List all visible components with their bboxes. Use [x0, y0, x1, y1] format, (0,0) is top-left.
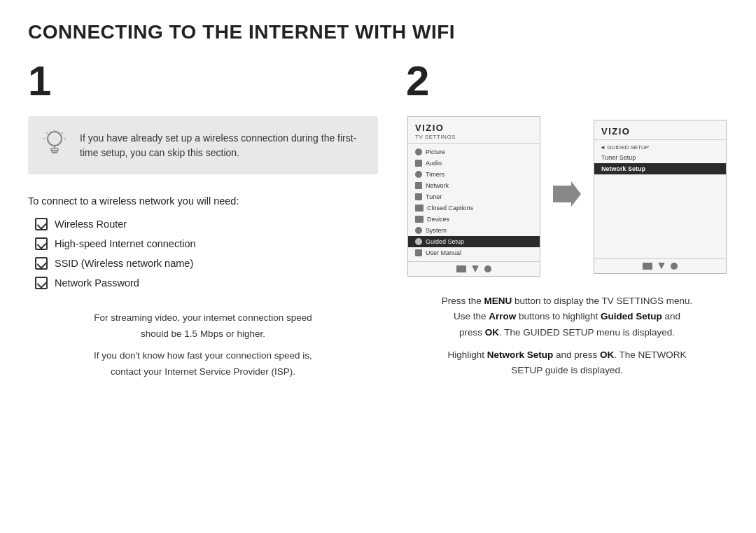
speed-note: For streaming video, your internet conne…: [28, 310, 378, 380]
checklist: Wireless Router High-speed Internet conn…: [28, 218, 378, 289]
instructions-para2: Highlight Network Setup and press OK. Th…: [406, 347, 728, 379]
instructions: Press the MENU button to display the TV …: [406, 293, 728, 378]
step1-number: 1: [28, 60, 378, 102]
connect-intro: To connect to a wireless network you wil…: [28, 195, 378, 207]
arrow-right-icon: [553, 181, 581, 212]
list-item: High-speed Internet connection: [35, 237, 378, 250]
check-icon-4: [35, 277, 48, 289]
svg-rect-8: [52, 151, 57, 153]
menu-item-timers: Timers: [408, 169, 540, 180]
notice-box: If you have already set up a wireless co…: [28, 116, 378, 174]
screen2-header: VIZIO: [594, 120, 726, 140]
checklist-item-2: High-speed Internet connection: [55, 238, 196, 249]
screen2-brand: VIZIO: [601, 126, 719, 137]
check-icon-3: [35, 257, 48, 270]
menu-item-guided-setup: Guided Setup: [408, 236, 540, 247]
screen1-menu: Picture Audio Timers Network: [408, 144, 540, 261]
screen2-back: ◄ GUIDED SETUP: [594, 143, 726, 152]
screen2-empty-area: [594, 174, 726, 258]
tuner-icon: [415, 193, 422, 200]
svg-line-5: [46, 132, 48, 134]
speed-note-line2: If you don't know how fast your connecti…: [28, 348, 378, 380]
audio-icon: [415, 160, 422, 167]
svg-line-3: [62, 132, 63, 134]
devices-icon: [415, 216, 424, 223]
check-icon-2: [35, 237, 48, 250]
guided-setup-icon: [415, 238, 422, 245]
screen1-subtitle: TV SETTINGS: [415, 134, 533, 140]
step2-column: 2 VIZIO TV SETTINGS Picture Audio: [406, 60, 728, 380]
checklist-item-4: Network Password: [55, 277, 139, 289]
footer-icon-6: [671, 263, 678, 270]
menu-item-audio: Audio: [408, 158, 540, 169]
step1-column: 1 If you have a: [28, 60, 378, 380]
screen2-network-setup: Network Setup: [594, 163, 726, 174]
vizio-screen2: VIZIO ◄ GUIDED SETUP Tuner Setup Network…: [594, 120, 727, 274]
menu-item-user-manual: User Manual: [408, 247, 540, 258]
vizio-screen1: VIZIO TV SETTINGS Picture Audio Timers: [407, 116, 540, 277]
screen1-header: VIZIO TV SETTINGS: [408, 117, 540, 144]
page-title: CONNECTING TO THE INTERNET WITH WIFI: [28, 21, 728, 43]
menu-item-network: Network: [408, 180, 540, 191]
speed-note-line1: For streaming video, your internet conne…: [28, 310, 378, 342]
list-item: Network Password: [35, 277, 378, 289]
checklist-item-3: SSID (Wireless network name): [55, 258, 193, 269]
footer-icon-3: [484, 265, 491, 272]
notice-text: If you have already set up a wireless co…: [80, 131, 364, 160]
footer-icon-2: [472, 265, 479, 272]
menu-item-devices: Devices: [408, 214, 540, 225]
network-icon: [415, 182, 422, 189]
instructions-para1: Press the MENU button to display the TV …: [406, 293, 728, 340]
menu-item-picture: Picture: [408, 146, 540, 158]
list-item: Wireless Router: [35, 218, 378, 230]
svg-marker-10: [553, 181, 581, 207]
system-icon: [415, 227, 422, 234]
captions-icon: [415, 205, 424, 212]
screens-row: VIZIO TV SETTINGS Picture Audio Timers: [406, 116, 728, 277]
user-manual-icon: [415, 249, 422, 256]
svg-point-0: [48, 132, 62, 146]
checklist-item-1: Wireless Router: [55, 219, 127, 230]
step2-number: 2: [406, 60, 728, 102]
screen1-brand: VIZIO: [415, 123, 533, 133]
lightbulb-icon: [42, 129, 67, 162]
picture-icon: [415, 148, 422, 155]
footer-icon-5: [658, 263, 665, 270]
menu-item-system: System: [408, 225, 540, 236]
screen1-footer: [408, 261, 540, 276]
screen2-footer: [594, 258, 726, 273]
menu-item-closed-captions: Closed Captions: [408, 202, 540, 214]
screen2-tuner-setup: Tuner Setup: [594, 152, 726, 163]
menu-item-tuner: Tuner: [408, 191, 540, 202]
footer-icon-1: [456, 265, 466, 272]
timers-icon: [415, 171, 422, 178]
footer-icon-4: [643, 263, 652, 270]
list-item: SSID (Wireless network name): [35, 257, 378, 270]
check-icon-1: [35, 218, 48, 230]
screen2-guided-header: ◄ GUIDED SETUP Tuner Setup Network Setup: [594, 140, 726, 174]
